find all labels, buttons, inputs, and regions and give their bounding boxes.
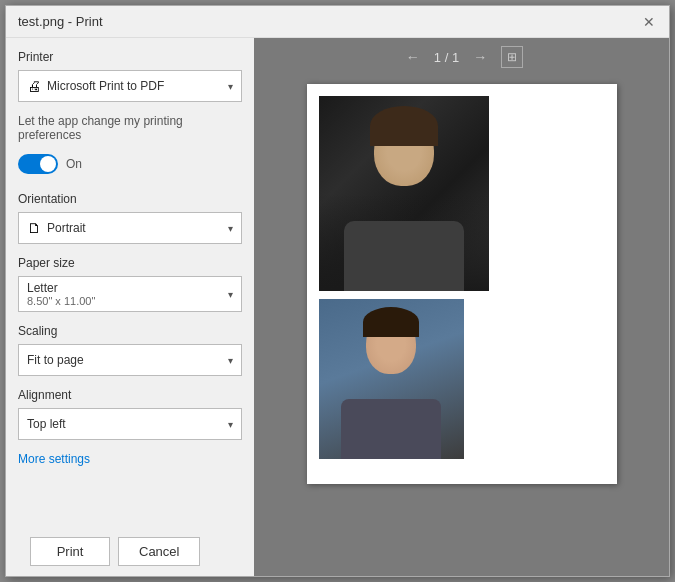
more-settings-link[interactable]: More settings bbox=[18, 452, 242, 466]
prev-page-button[interactable]: ← bbox=[400, 47, 426, 67]
paper-size-label: Paper size bbox=[18, 256, 242, 270]
toggle-description: Let the app change my printing preferenc… bbox=[18, 114, 242, 142]
printing-preferences-toggle[interactable] bbox=[18, 154, 58, 174]
next-page-button[interactable]: → bbox=[467, 47, 493, 67]
toggle-row: On bbox=[18, 154, 242, 174]
cancel-button[interactable]: Cancel bbox=[118, 537, 200, 566]
orientation-chevron-icon: ▾ bbox=[228, 223, 233, 234]
left-panel: Printer 🖨 Microsoft Print to PDF ▾ Let t… bbox=[6, 38, 254, 576]
paper-size-sub: 8.50" x 11.00" bbox=[27, 295, 95, 307]
scaling-chevron-icon: ▾ bbox=[228, 355, 233, 366]
scaling-label: Scaling bbox=[18, 324, 242, 338]
toggle-knob bbox=[40, 156, 56, 172]
printer-icon: 🖨 bbox=[27, 78, 41, 94]
title-bar: test.png - Print ✕ bbox=[6, 6, 669, 38]
orientation-value: Portrait bbox=[47, 221, 86, 235]
print-button[interactable]: Print bbox=[30, 537, 110, 566]
scaling-value: Fit to page bbox=[27, 353, 84, 367]
close-button[interactable]: ✕ bbox=[637, 10, 661, 34]
hair-element bbox=[370, 106, 438, 146]
body-element-2 bbox=[341, 399, 441, 459]
photo-top bbox=[319, 96, 489, 291]
preview-panel: ← 1 / 1 → ⊞ bbox=[254, 38, 669, 576]
body-element bbox=[344, 221, 464, 291]
scaling-dropdown[interactable]: Fit to page ▾ bbox=[18, 344, 242, 376]
preview-navigation: ← 1 / 1 → ⊞ bbox=[400, 38, 523, 76]
photo-bottom bbox=[319, 299, 464, 459]
printer-value: Microsoft Print to PDF bbox=[47, 79, 164, 93]
preview-area bbox=[299, 76, 625, 576]
print-dialog: test.png - Print ✕ Printer 🖨 Microsoft P… bbox=[5, 5, 670, 577]
toggle-state-label: On bbox=[66, 157, 82, 171]
orientation-dropdown[interactable]: 🗋 Portrait ▾ bbox=[18, 212, 242, 244]
alignment-chevron-icon: ▾ bbox=[228, 419, 233, 430]
printer-dropdown[interactable]: 🖨 Microsoft Print to PDF ▾ bbox=[18, 70, 242, 102]
alignment-dropdown[interactable]: Top left ▾ bbox=[18, 408, 242, 440]
action-buttons: Print Cancel bbox=[18, 527, 242, 576]
orientation-label: Orientation bbox=[18, 192, 242, 206]
page-preview bbox=[307, 84, 617, 484]
dialog-title: test.png - Print bbox=[18, 14, 103, 29]
orientation-icon: 🗋 bbox=[27, 220, 41, 236]
paper-size-chevron-icon: ▾ bbox=[228, 289, 233, 300]
fit-page-button[interactable]: ⊞ bbox=[501, 46, 523, 68]
paper-size-dropdown[interactable]: Letter 8.50" x 11.00" ▾ bbox=[18, 276, 242, 312]
hair-element-2 bbox=[363, 307, 419, 337]
content-area: Printer 🖨 Microsoft Print to PDF ▾ Let t… bbox=[6, 38, 669, 576]
alignment-value: Top left bbox=[27, 417, 66, 431]
printer-chevron-icon: ▾ bbox=[228, 81, 233, 92]
paper-size-value: Letter bbox=[27, 281, 95, 295]
printer-label: Printer bbox=[18, 50, 242, 64]
page-info: 1 / 1 bbox=[434, 50, 459, 65]
alignment-label: Alignment bbox=[18, 388, 242, 402]
